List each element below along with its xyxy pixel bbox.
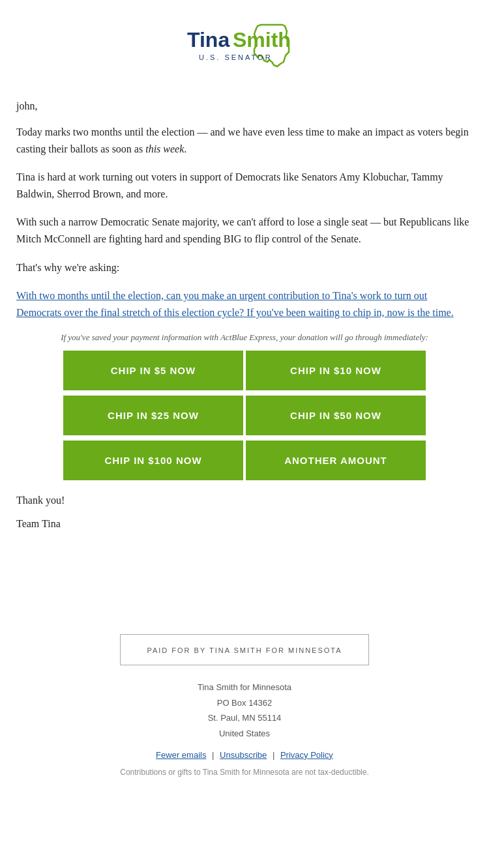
fewer-emails-link[interactable]: Fewer emails bbox=[156, 750, 206, 760]
donation-row-3: CHIP IN $100 NOW ANOTHER AMOUNT bbox=[62, 439, 427, 482]
footer: PAID FOR BY TINA SMITH FOR MINNESOTA Tin… bbox=[0, 621, 489, 796]
separator-1: | bbox=[212, 750, 214, 760]
footer-links: Fewer emails | Unsubscribe | Privacy Pol… bbox=[16, 750, 473, 760]
logo-svg: Tina Smith U.S. SENATOR bbox=[179, 20, 310, 72]
donation-row-1: CHIP IN $5 NOW CHIP IN $10 NOW bbox=[62, 349, 427, 392]
city-state: St. Paul, MN 55114 bbox=[16, 710, 473, 725]
svg-text:Tina: Tina bbox=[187, 28, 230, 51]
paid-for-box: PAID FOR BY TINA SMITH FOR MINNESOTA bbox=[120, 634, 368, 665]
svg-text:U.S. SENATOR: U.S. SENATOR bbox=[199, 53, 273, 61]
paid-for-text: PAID FOR BY TINA SMITH FOR MINNESOTA bbox=[147, 646, 342, 654]
chip-in-50-button[interactable]: CHIP IN $50 NOW bbox=[246, 396, 426, 435]
paragraph-1-end: . bbox=[184, 143, 186, 154]
main-content: john, Today marks two months until the e… bbox=[0, 87, 489, 569]
greeting: john, bbox=[16, 100, 473, 112]
privacy-policy-link[interactable]: Privacy Policy bbox=[280, 750, 333, 760]
separator-2: | bbox=[273, 750, 274, 760]
donation-grid: CHIP IN $5 NOW CHIP IN $10 NOW CHIP IN $… bbox=[62, 349, 427, 482]
actblue-note: If you've saved your payment information… bbox=[16, 332, 473, 343]
header: Tina Smith U.S. SENATOR bbox=[0, 0, 489, 87]
paragraph-4: That's why we're asking: bbox=[16, 259, 473, 276]
po-box: PO Box 14362 bbox=[16, 695, 473, 710]
email-wrapper: Tina Smith U.S. SENATOR john, Today mark… bbox=[0, 0, 489, 796]
paragraph-3: With such a narrow Democratic Senate maj… bbox=[16, 214, 473, 247]
paragraph-1-italic: this week bbox=[145, 143, 184, 154]
team-signature: Team Tina bbox=[16, 518, 473, 530]
country: United States bbox=[16, 726, 473, 741]
cta-link[interactable]: With two months until the election, can … bbox=[16, 290, 454, 318]
chip-in-25-button[interactable]: CHIP IN $25 NOW bbox=[63, 396, 243, 435]
address-block: Tina Smith for Minnesota PO Box 14362 St… bbox=[16, 680, 473, 741]
another-amount-button[interactable]: ANOTHER AMOUNT bbox=[246, 441, 426, 480]
cta-paragraph: With two months until the election, can … bbox=[16, 287, 473, 321]
spacer bbox=[0, 569, 489, 621]
paragraph-1-text: Today marks two months until the electio… bbox=[16, 126, 469, 154]
chip-in-10-button[interactable]: CHIP IN $10 NOW bbox=[246, 351, 426, 390]
svg-text:Smith: Smith bbox=[233, 28, 291, 51]
donation-row-2: CHIP IN $25 NOW CHIP IN $50 NOW bbox=[62, 394, 427, 437]
chip-in-100-button[interactable]: CHIP IN $100 NOW bbox=[63, 441, 243, 480]
paragraph-2: Tina is hard at work turning out voters … bbox=[16, 169, 473, 202]
logo-container: Tina Smith U.S. SENATOR bbox=[179, 20, 310, 74]
disclaimer: Contributions or gifts to Tina Smith for… bbox=[16, 768, 473, 777]
org-name: Tina Smith for Minnesota bbox=[16, 680, 473, 695]
thank-you: Thank you! bbox=[16, 495, 473, 506]
chip-in-5-button[interactable]: CHIP IN $5 NOW bbox=[63, 351, 243, 390]
paragraph-1: Today marks two months until the electio… bbox=[16, 124, 473, 157]
unsubscribe-link[interactable]: Unsubscribe bbox=[220, 750, 267, 760]
